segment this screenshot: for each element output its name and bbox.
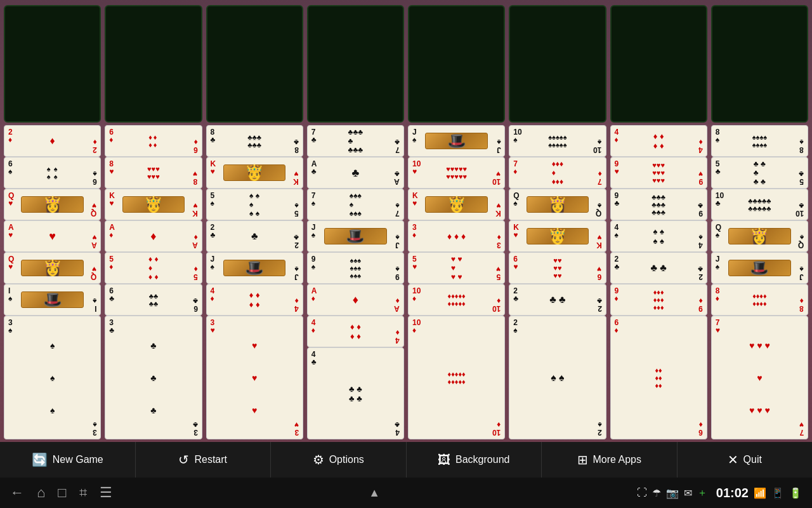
background-button[interactable]: 🖼 Background [407, 442, 542, 478]
new-game-icon: 🔄 [32, 452, 48, 467]
foundation-slot-1[interactable] [4, 5, 101, 123]
quit-label: Quit [743, 454, 762, 465]
time-display: 01:02 [716, 486, 749, 500]
options-button[interactable]: ⚙ Options [271, 442, 407, 478]
wifi-icon: 📶 [754, 487, 766, 499]
more-apps-icon: ⊞ [577, 452, 588, 467]
column-4[interactable]: 7♣ 7♣ ♣♣♣♣♣♣♣ A♣ A♣ ♣ 7♠ 7♠ ♠♠♠♠♠♠♠ J♠ J… [307, 125, 404, 439]
foundation-slot-2[interactable] [105, 5, 202, 123]
column-8[interactable]: 8♠ 8♠ ♠♠♠♠♠♠♠♠ 5♣ 5♣ ♣ ♣♣♣ ♣ 10♣ 10♣ ♣♣♣… [711, 125, 808, 439]
more-apps-button[interactable]: ⊞ More Apps [542, 442, 678, 478]
plus-icon: ＋ [697, 486, 707, 500]
new-game-label: New Game [53, 454, 103, 465]
foundation-slot-6[interactable] [509, 5, 606, 123]
back-button[interactable]: ← [10, 485, 24, 501]
usb-icon: ☂ [652, 487, 661, 499]
more-apps-label: More Apps [593, 454, 641, 465]
fullscreen-icon[interactable]: ⛶ [637, 487, 647, 498]
home-button[interactable]: ⌂ [37, 485, 45, 501]
mail-icon: ✉ [684, 487, 692, 499]
status-area: ⛶ ☂ 📷 ✉ ＋ 01:02 📶 📱 🔋 [637, 486, 802, 500]
column-2[interactable]: 6♦ 6♦ ♦♦♦♦ 8♥ 8♥ ♥♥♥♥♥♥ K♥ K♥ 🤴 A♦ A♦ ♦ … [105, 125, 202, 439]
nav-buttons: ← ⌂ □ ⌗ ☰ [10, 485, 112, 501]
battery-icon: 🔋 [789, 487, 802, 499]
foundation-slot-8[interactable] [711, 5, 808, 123]
restart-label: Restart [194, 454, 227, 465]
quit-icon: ✕ [728, 452, 738, 467]
column-6[interactable]: 10♠ 10♠ ♠♠♠♠♠♠♠♠♠♠ 7♦ 7♦ ♦♦♦♦♦♦♦ Q♠ Q♠ 👸… [509, 125, 606, 439]
column-7[interactable]: 4♦ 4♦ ♦ ♦♦ ♦ 9♥ 9♥ ♥♥♥♥♥♥♥♥♥ 9♣ 9♣ ♣♣♣♣♣… [610, 125, 707, 439]
game-area: 2♦ 2♦ ♦ 6♠ 6♠ ♠ ♠♠ ♠ Q♥ Q♥ 👸 A♥ A♥ ♥ Q♥ [0, 0, 812, 442]
restart-icon: ↺ [178, 452, 189, 467]
toolbar: 🔄 New Game ↺ Restart ⚙ Options 🖼 Backgro… [0, 442, 812, 478]
foundation-row [4, 5, 808, 123]
chevron-up-icon: ▲ [369, 486, 380, 500]
column-5[interactable]: J♠ J♠ 🎩 10♥ 10♥ ♥♥♥♥♥♥♥♥♥♥ K♥ K♥ 🤴 3♦ 3♦… [408, 125, 505, 439]
new-game-button[interactable]: 🔄 New Game [0, 442, 136, 478]
options-label: Options [329, 454, 364, 465]
column-3[interactable]: 8♣ 8♣ ♣♣♣♣♣♣ K♥ K♥ 🤴 5♠ 5♠ ♠ ♠♠♠ ♠ 2♣ 2♣… [206, 125, 303, 439]
background-icon: 🖼 [438, 453, 450, 467]
signal-icon: 📱 [771, 487, 784, 499]
system-bar: ← ⌂ □ ⌗ ☰ ▲ ⛶ ☂ 📷 ✉ ＋ 01:02 📶 📱 🔋 [0, 478, 812, 508]
background-label: Background [455, 454, 509, 465]
foundation-slot-3[interactable] [206, 5, 303, 123]
foundation-slot-7[interactable] [610, 5, 707, 123]
restart-button[interactable]: ↺ Restart [136, 442, 272, 478]
tableau: 2♦ 2♦ ♦ 6♠ 6♠ ♠ ♠♠ ♠ Q♥ Q♥ 👸 A♥ A♥ ♥ Q♥ [4, 125, 808, 439]
foundation-slot-5[interactable] [408, 5, 505, 123]
screenshot-button[interactable]: ⌗ [79, 485, 87, 501]
menu-button[interactable]: ☰ [100, 485, 112, 501]
options-icon: ⚙ [313, 452, 324, 467]
quit-button[interactable]: ✕ Quit [678, 442, 813, 478]
photo-icon: 📷 [666, 487, 679, 499]
recent-apps-button[interactable]: □ [58, 485, 66, 501]
foundation-slot-4[interactable] [307, 5, 404, 123]
column-1[interactable]: 2♦ 2♦ ♦ 6♠ 6♠ ♠ ♠♠ ♠ Q♥ Q♥ 👸 A♥ A♥ ♥ Q♥ [4, 125, 101, 439]
